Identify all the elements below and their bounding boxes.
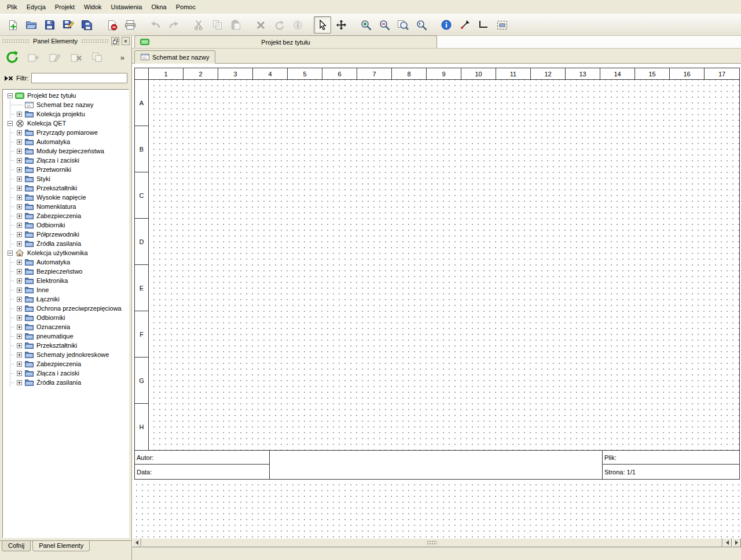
tree-item[interactable]: Źródła zasilania (3, 378, 129, 387)
menu-item-ustawienia[interactable]: Ustawienia (107, 1, 147, 13)
zoom-out-button[interactable] (376, 16, 393, 34)
open-file-button[interactable] (23, 16, 40, 34)
horizontal-scrollbar[interactable] (132, 538, 741, 547)
expander-plus-icon[interactable] (17, 139, 22, 145)
expander-plus-icon[interactable] (17, 167, 22, 172)
zoom-fit-button[interactable] (394, 16, 412, 34)
expander-plus-icon[interactable] (17, 334, 22, 339)
tree-item[interactable]: Projekt bez tytułu (3, 91, 129, 100)
tree-item[interactable]: Zabezpieczenia (3, 211, 129, 220)
paste-button[interactable] (227, 16, 244, 34)
panel-toolbar-overflow-button[interactable]: » (118, 53, 127, 62)
tree-item[interactable]: Odbiorniki (3, 313, 129, 322)
cut-button[interactable] (190, 16, 207, 34)
tree-expander[interactable] (14, 313, 24, 322)
expander-plus-icon[interactable] (17, 158, 22, 163)
diagram-tab[interactable]: Schemat bez nazwy (134, 50, 215, 64)
tree-item[interactable]: Odbiorniki (3, 220, 129, 230)
element-info-button[interactable] (289, 16, 306, 34)
panel-drag-grip[interactable] (81, 39, 109, 44)
tree-expander[interactable] (14, 211, 24, 220)
tree-expander[interactable] (14, 378, 24, 387)
title-block[interactable]: Autor: Plik: Data: Strona: 1/1 (135, 450, 739, 479)
tree-item[interactable]: Przyrządy pomiarowe (3, 128, 129, 137)
tree-item[interactable]: Ochrona przeciwprzepięciowa (3, 304, 129, 313)
menu-item-projekt[interactable]: Projekt (50, 1, 79, 13)
conductor-node-tool-button[interactable] (456, 16, 474, 34)
clear-filter-icon[interactable] (4, 75, 13, 82)
panel-tab-panel-elementy[interactable]: Panel Elementy (32, 541, 90, 551)
expander-plus-icon[interactable] (17, 130, 22, 135)
tree-expander[interactable] (14, 183, 24, 193)
expander-plus-icon[interactable] (17, 186, 22, 191)
expander-plus-icon[interactable] (17, 306, 22, 311)
tree-item[interactable]: Przetworniki (3, 165, 129, 174)
expander-minus-icon[interactable] (8, 250, 13, 256)
tree-expander[interactable] (14, 230, 24, 239)
expander-plus-icon[interactable] (17, 278, 22, 283)
expander-plus-icon[interactable] (17, 213, 22, 219)
tree-expander[interactable] (14, 285, 24, 294)
reload-collections-button[interactable] (5, 50, 20, 65)
move-tool-button[interactable] (332, 16, 350, 34)
float-panel-button[interactable] (111, 37, 119, 45)
tree-item[interactable]: Schematy jednokreskowe (3, 350, 129, 359)
expander-plus-icon[interactable] (17, 343, 22, 348)
tree-expander[interactable] (14, 220, 24, 230)
tree-expander[interactable] (14, 350, 24, 359)
tree-item[interactable]: Przekształtniki (3, 183, 129, 193)
delete-element-button[interactable] (69, 50, 84, 65)
tree-expander[interactable] (14, 304, 24, 313)
diagram-canvas[interactable]: 1234567891011121314151617 ABCDEFGH Autor… (132, 64, 741, 538)
capture-area-tool-button[interactable] (493, 16, 511, 34)
tree-item[interactable]: Oznaczenia (3, 322, 129, 331)
tree-expander[interactable] (14, 369, 24, 378)
expander-plus-icon[interactable] (17, 176, 22, 182)
tree-item[interactable]: Kolekcja użytkownika (3, 248, 129, 257)
expander-plus-icon[interactable] (17, 260, 22, 265)
tree-item[interactable]: Schemat bez nazwy (3, 100, 129, 109)
tree-item[interactable]: Kolekcja QET (3, 119, 129, 128)
tree-item[interactable]: Złącza i zaciski (3, 369, 129, 378)
close-panel-button[interactable]: × (122, 37, 130, 45)
scroll-left-button[interactable] (132, 538, 141, 547)
tree-item[interactable]: Automatyka (3, 137, 129, 146)
expander-plus-icon[interactable] (17, 362, 22, 367)
tree-item[interactable]: Bezpieczeństwo (3, 267, 129, 276)
tree-item[interactable]: Automatyka (3, 257, 129, 267)
tree-item[interactable]: Przekształtniki (3, 341, 129, 350)
tree-expander[interactable] (5, 119, 14, 128)
tree-expander[interactable] (14, 341, 24, 350)
tree-item[interactable]: Półprzewodniki (3, 230, 129, 239)
expander-plus-icon[interactable] (17, 371, 22, 376)
tree-expander[interactable] (5, 91, 14, 100)
tree-expander[interactable] (14, 165, 24, 174)
close-file-button[interactable] (103, 16, 120, 34)
tree-item[interactable]: Złącza i zaciski (3, 156, 129, 165)
tree-expander[interactable] (5, 248, 14, 257)
expander-plus-icon[interactable] (17, 232, 22, 237)
tree-expander[interactable] (14, 322, 24, 331)
tree-item[interactable]: Zabezpieczenia (3, 359, 129, 369)
tree-item[interactable]: Kolekcja projektu (3, 109, 129, 119)
expander-plus-icon[interactable] (17, 223, 22, 228)
tree-expander[interactable] (14, 109, 24, 119)
tree-item[interactable]: Elektronika (3, 276, 129, 285)
tree-item[interactable]: Inne (3, 285, 129, 294)
tree-expander[interactable] (14, 128, 24, 137)
menu-item-widok[interactable]: Widok (79, 1, 107, 13)
tree-item[interactable]: Moduły bezpieczeństwa (3, 146, 129, 156)
menu-item-plik[interactable]: Plik (2, 1, 22, 13)
expander-minus-icon[interactable] (8, 121, 13, 126)
expander-plus-icon[interactable] (17, 269, 22, 274)
expander-minus-icon[interactable] (8, 93, 13, 98)
expander-plus-icon[interactable] (17, 204, 22, 209)
panel-drag-grip[interactable] (2, 39, 30, 44)
filter-input[interactable] (31, 73, 127, 83)
new-element-button[interactable] (26, 50, 41, 65)
tree-item[interactable]: Styki (3, 174, 129, 183)
save-all-button[interactable] (78, 16, 96, 34)
scroll-right-button[interactable] (732, 538, 741, 547)
save-button[interactable] (41, 16, 58, 34)
tree-expander[interactable] (14, 239, 24, 248)
